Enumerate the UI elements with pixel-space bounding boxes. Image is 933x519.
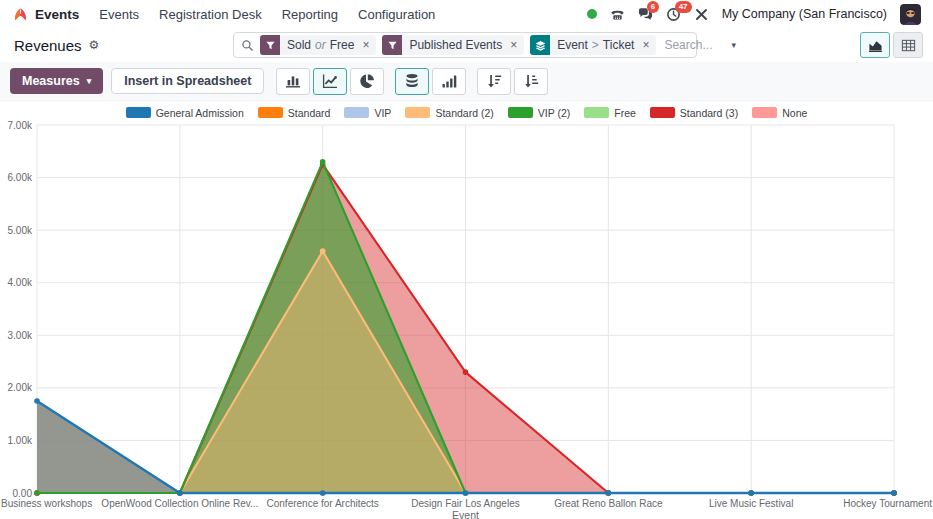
- menu-item-reporting[interactable]: Reporting: [282, 7, 338, 22]
- search-facet-event-ticket[interactable]: Event>Ticket×: [530, 35, 656, 55]
- legend-label: Free: [614, 107, 636, 119]
- legend-label: VIP: [374, 107, 391, 119]
- svg-text:7.00k: 7.00k: [8, 121, 33, 131]
- facet-label: Published Events: [402, 35, 509, 55]
- line-chart-button[interactable]: [313, 68, 347, 95]
- bar-chart-button[interactable]: [276, 68, 310, 95]
- search-input[interactable]: [656, 38, 722, 52]
- svg-text:Design Fair Los Angeles: Design Fair Los Angeles: [411, 498, 519, 509]
- revenues-line-chart[interactable]: 0.001.00k2.00k3.00k4.00k5.00k6.00k7.00kB…: [0, 121, 933, 519]
- top-navbar: Events EventsRegistration DeskReportingC…: [0, 0, 933, 28]
- caret-down-icon: ▾: [87, 76, 92, 86]
- legend-swatch: [126, 107, 151, 118]
- svg-text:1.00k: 1.00k: [8, 435, 33, 446]
- graph-toolbar: Measures ▾ Insert in Spreadsheet: [0, 62, 933, 101]
- activities-clock-icon[interactable]: 47: [666, 7, 681, 22]
- search-bar[interactable]: SoldorFree×Published Events×Event>Ticket…: [233, 32, 697, 58]
- svg-text:Live Music Festival: Live Music Festival: [709, 498, 793, 509]
- control-panel: Revenues ⚙ SoldorFree×Published Events×E…: [0, 28, 933, 62]
- online-status-dot: [587, 9, 597, 19]
- cumulative-button[interactable]: [432, 68, 466, 95]
- svg-text:OpenWood Collection Online Rev: OpenWood Collection Online Rev...: [101, 498, 258, 509]
- voip-phone-icon[interactable]: [610, 7, 625, 22]
- pivot-view-button[interactable]: [893, 32, 923, 58]
- legend-item-none[interactable]: None: [752, 107, 807, 119]
- activities-badge: 47: [675, 1, 692, 13]
- search-facet-sold-or-free[interactable]: SoldorFree×: [260, 35, 376, 55]
- filter-funnel-icon: [382, 35, 402, 55]
- remove-facet-icon[interactable]: ×: [641, 35, 656, 55]
- debug-tools-icon[interactable]: [694, 7, 709, 22]
- x-axis-title: Event: [452, 509, 479, 519]
- chart-legend: General AdmissionStandardVIPStandard (2)…: [126, 104, 808, 121]
- legend-label: VIP (2): [538, 107, 570, 119]
- legend-item-standard-3[interactable]: Standard (3): [650, 107, 738, 119]
- legend-item-free[interactable]: Free: [584, 107, 636, 119]
- legend-label: Standard (3): [680, 107, 738, 119]
- navbar-menu: EventsRegistration DeskReportingConfigur…: [99, 7, 435, 22]
- svg-text:3.00k: 3.00k: [8, 330, 33, 341]
- stacked-button[interactable]: [395, 68, 429, 95]
- legend-label: Standard (2): [435, 107, 493, 119]
- svg-text:Great Reno Ballon Race: Great Reno Ballon Race: [554, 498, 663, 509]
- chart-area: General AdmissionStandardVIPStandard (2)…: [0, 101, 933, 519]
- legend-swatch: [405, 107, 430, 118]
- legend-swatch: [258, 107, 283, 118]
- company-menu[interactable]: My Company (San Francisco): [722, 7, 887, 21]
- odoo-events-logo-icon: [12, 6, 29, 23]
- facet-label: Event>Ticket: [550, 35, 641, 55]
- action-gear-icon[interactable]: ⚙: [89, 39, 100, 51]
- messages-badge: 6: [647, 1, 659, 13]
- svg-text:Conference for Architects: Conference for Architects: [267, 498, 379, 509]
- svg-text:Hockey Tournament: Hockey Tournament: [843, 498, 932, 509]
- search-dropdown-caret-icon[interactable]: ▾: [722, 33, 742, 57]
- measures-button[interactable]: Measures ▾: [10, 68, 103, 94]
- app-name: Events: [35, 7, 79, 22]
- legend-swatch: [344, 107, 369, 118]
- svg-text:Business workshops: Business workshops: [1, 498, 92, 509]
- legend-swatch: [584, 107, 609, 118]
- legend-item-vip[interactable]: VIP: [344, 107, 391, 119]
- legend-item-general-admission[interactable]: General Admission: [126, 107, 244, 119]
- sort-ascending-button[interactable]: [514, 68, 548, 95]
- svg-text:2.00k: 2.00k: [8, 382, 33, 393]
- facet-label: SoldorFree: [280, 35, 361, 55]
- graph-view-button[interactable]: [860, 32, 890, 58]
- remove-facet-icon[interactable]: ×: [361, 35, 376, 55]
- legend-item-standard[interactable]: Standard: [258, 107, 331, 119]
- legend-label: Standard: [288, 107, 331, 119]
- search-facets: SoldorFree×Published Events×Event>Ticket…: [254, 35, 656, 55]
- menu-item-configuration[interactable]: Configuration: [358, 7, 435, 22]
- user-avatar[interactable]: [900, 4, 921, 25]
- legend-item-standard-2[interactable]: Standard (2): [405, 107, 493, 119]
- sort-descending-button[interactable]: [477, 68, 511, 95]
- legend-swatch: [752, 107, 777, 118]
- legend-swatch: [650, 107, 675, 118]
- legend-item-vip-2[interactable]: VIP (2): [508, 107, 570, 119]
- group-by-layers-icon: [530, 35, 550, 55]
- svg-text:4.00k: 4.00k: [8, 277, 33, 288]
- chart-type-buttons: [276, 68, 548, 95]
- legend-label: General Admission: [156, 107, 244, 119]
- measures-label: Measures: [22, 74, 80, 88]
- filter-funnel-icon: [260, 35, 280, 55]
- pie-chart-button[interactable]: [350, 68, 384, 95]
- messages-icon[interactable]: 6: [638, 7, 653, 22]
- legend-swatch: [508, 107, 533, 118]
- search-facet-published-events[interactable]: Published Events×: [382, 35, 524, 55]
- view-switcher: [860, 32, 923, 58]
- menu-item-events[interactable]: Events: [99, 7, 139, 22]
- svg-text:6.00k: 6.00k: [8, 172, 33, 183]
- insert-in-spreadsheet-button[interactable]: Insert in Spreadsheet: [111, 68, 264, 94]
- svg-text:5.00k: 5.00k: [8, 225, 33, 236]
- menu-item-registration-desk[interactable]: Registration Desk: [159, 7, 262, 22]
- remove-facet-icon[interactable]: ×: [509, 35, 524, 55]
- app-switcher[interactable]: Events: [12, 6, 79, 23]
- search-icon: [241, 39, 254, 52]
- page-title: Revenues: [14, 37, 82, 54]
- legend-label: None: [782, 107, 807, 119]
